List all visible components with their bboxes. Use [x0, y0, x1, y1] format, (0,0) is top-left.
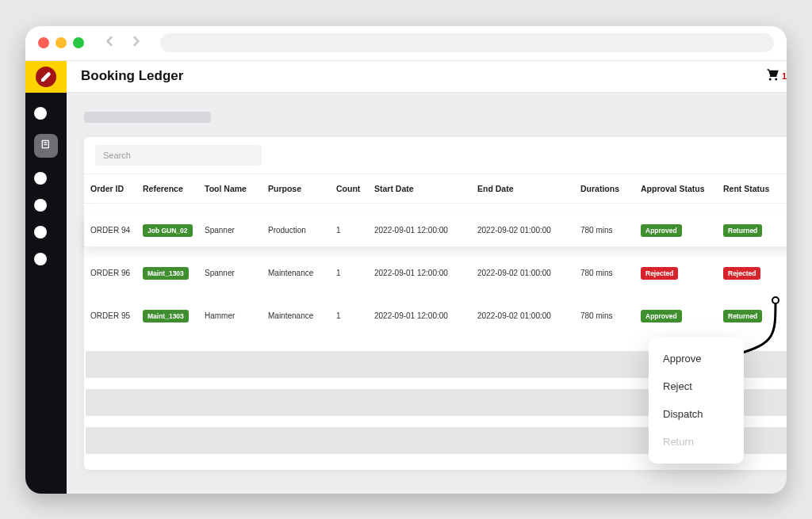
- menu-dispatch[interactable]: Dispatch: [649, 400, 744, 428]
- cell-end-date: 2022-09-02 01:00:00: [471, 300, 574, 332]
- table-row[interactable]: ORDER 94Job GUN_02SpannerProduction12022…: [84, 215, 787, 246]
- rent-badge: Returned: [723, 224, 762, 237]
- cell-action: [780, 300, 787, 332]
- close-window-button[interactable]: [38, 37, 49, 48]
- forward-icon[interactable]: [128, 33, 144, 52]
- table-row[interactable]: ORDER 96Maint_1303SpannerMaintenance1202…: [84, 258, 787, 289]
- ledger-table-card: Order ID Reference Tool Name Purpose Cou…: [84, 137, 787, 470]
- cell-rent: Returned: [717, 215, 780, 246]
- reference-badge: Maint_1303: [143, 310, 189, 322]
- cell-end-date: 2022-09-02 01:00:00: [471, 258, 574, 289]
- sidebar-item-ledger[interactable]: [34, 134, 58, 158]
- nav-arrows: [102, 33, 144, 52]
- breadcrumb-placeholder: [84, 112, 211, 123]
- col-end-date: End Date: [471, 184, 574, 193]
- col-count: Count: [330, 184, 368, 193]
- approval-badge: Approved: [641, 224, 682, 237]
- approval-badge: Approved: [641, 310, 682, 322]
- cart-count: 1: [782, 71, 787, 81]
- cell-action: [780, 258, 787, 289]
- cell-purpose: Maintenance: [262, 300, 330, 332]
- col-start-date: Start Date: [368, 184, 471, 193]
- menu-return[interactable]: Return: [649, 428, 744, 456]
- content-area: Booking Ledger 1: [67, 61, 787, 494]
- cell-start-date: 2022-09-01 12:00:00: [368, 215, 471, 246]
- cell-order-id: ORDER 94: [84, 215, 136, 246]
- table-row[interactable]: ORDER 95Maint_1303HammerMaintenance12022…: [84, 300, 787, 332]
- col-tool-name: Tool Name: [198, 184, 262, 193]
- cart-icon: [766, 67, 780, 85]
- col-rent-status: Rent Status: [717, 184, 780, 193]
- search-input[interactable]: [95, 145, 262, 166]
- cell-reference: Job GUN_02: [136, 215, 198, 246]
- action-menu: Approve Reject Dispatch Return: [649, 337, 744, 464]
- sidebar-item-1[interactable]: [34, 107, 47, 120]
- col-reference: Reference: [136, 184, 198, 193]
- cell-rent: Rejected: [717, 258, 780, 289]
- wrench-icon: [36, 67, 56, 87]
- page-title: Booking Ledger: [81, 68, 183, 84]
- search-row: [84, 137, 787, 174]
- rent-badge: Returned: [723, 310, 762, 322]
- table-rows: ORDER 94Job GUN_02SpannerProduction12022…: [84, 204, 787, 346]
- sidebar-item-6[interactable]: [34, 253, 47, 265]
- col-action: Action: [780, 184, 787, 193]
- app-logo[interactable]: [25, 61, 67, 93]
- approval-badge: Rejected: [641, 267, 678, 280]
- header-right: 1: [766, 65, 787, 87]
- cell-start-date: 2022-09-01 12:00:00: [368, 300, 471, 332]
- app-window: Booking Ledger 1: [25, 26, 787, 494]
- cell-count: 1: [330, 300, 368, 332]
- sidebar-item-4[interactable]: [34, 199, 47, 212]
- reference-badge: Job GUN_02: [143, 224, 193, 237]
- col-durations: Durations: [574, 184, 634, 193]
- table-header: Order ID Reference Tool Name Purpose Cou…: [84, 174, 787, 204]
- cell-action: [780, 215, 787, 246]
- back-icon[interactable]: [102, 33, 117, 52]
- page-header: Booking Ledger 1: [67, 61, 787, 93]
- cell-purpose: Production: [262, 215, 330, 246]
- minimize-window-button[interactable]: [56, 37, 67, 48]
- cell-order-id: ORDER 95: [84, 300, 136, 332]
- cell-count: 1: [330, 215, 368, 246]
- cell-order-id: ORDER 96: [84, 258, 136, 289]
- cell-end-date: 2022-09-02 01:00:00: [471, 215, 574, 246]
- cell-start-date: 2022-09-01 12:00:00: [368, 258, 471, 289]
- menu-reject[interactable]: Reject: [649, 372, 744, 400]
- sidebar-items: [34, 93, 58, 265]
- sidebar: [25, 61, 67, 494]
- rent-badge: Rejected: [723, 267, 760, 280]
- cell-durations: 780 mins: [574, 215, 634, 246]
- cell-reference: Maint_1303: [136, 258, 198, 289]
- app-body: Booking Ledger 1: [25, 61, 787, 494]
- cell-approval: Approved: [634, 215, 717, 246]
- cell-purpose: Maintenance: [262, 258, 330, 289]
- page-body: Order ID Reference Tool Name Purpose Cou…: [67, 93, 787, 470]
- cell-tool-name: Hammer: [198, 300, 262, 332]
- cell-durations: 780 mins: [574, 300, 634, 332]
- sidebar-item-5[interactable]: [34, 226, 47, 239]
- cell-rent: Returned: [717, 300, 780, 332]
- sidebar-item-3[interactable]: [34, 172, 47, 185]
- address-bar[interactable]: [160, 33, 774, 52]
- col-approval-status: Approval Status: [634, 184, 717, 193]
- col-order-id: Order ID: [84, 184, 136, 193]
- cell-count: 1: [330, 258, 368, 289]
- cell-reference: Maint_1303: [136, 300, 198, 332]
- ledger-icon: [40, 138, 52, 154]
- menu-approve[interactable]: Approve: [649, 345, 744, 372]
- cell-tool-name: Spanner: [198, 215, 262, 246]
- cell-durations: 780 mins: [574, 258, 634, 289]
- cell-tool-name: Spanner: [198, 258, 262, 289]
- cell-approval: Approved: [634, 300, 717, 332]
- cart-button[interactable]: 1: [766, 67, 787, 85]
- traffic-lights: [38, 37, 84, 48]
- browser-titlebar: [25, 26, 787, 61]
- col-purpose: Purpose: [262, 184, 330, 193]
- maximize-window-button[interactable]: [73, 37, 84, 48]
- reference-badge: Maint_1303: [143, 267, 189, 280]
- cell-approval: Rejected: [634, 258, 717, 289]
